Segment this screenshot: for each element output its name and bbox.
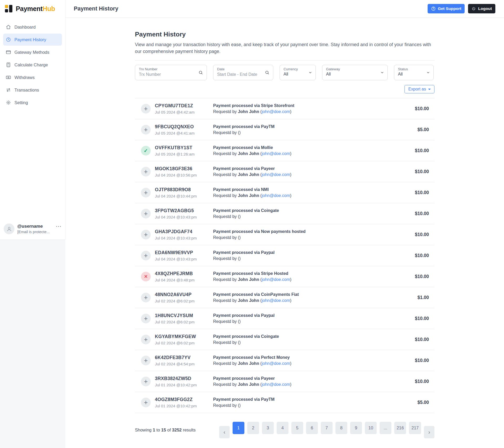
get-support-button[interactable]: Get Support — [428, 4, 465, 13]
date-filter: Date — [213, 65, 273, 80]
brand-logo[interactable]: PaymentHub — [0, 0, 65, 16]
sidebar-item-transactions[interactable]: Transactions — [3, 84, 62, 96]
pagination-page-7[interactable]: 7 — [321, 422, 333, 434]
gateway-select[interactable]: All — [326, 71, 384, 76]
trx-code: 9FBCUQ2QNXEO — [155, 124, 213, 130]
sidebar-item-payment-history[interactable]: Payment History — [3, 34, 62, 46]
requester-email-link[interactable]: john@doe.com — [262, 298, 290, 303]
trx-code: 3RXB3824ZW5D — [155, 376, 213, 381]
pagination-page-1[interactable]: 1 — [233, 422, 244, 434]
pagination-page-9[interactable]: 9 — [350, 422, 362, 434]
status-icon[interactable]: + — [141, 167, 151, 177]
status-icon[interactable]: + — [141, 335, 151, 344]
status-icon[interactable]: + — [141, 251, 151, 260]
table-row[interactable]: + 48NNO2A6VU4P Jul 02 2024 @6:02:pm Paym… — [135, 287, 434, 308]
sidebar-item-calculate-charge[interactable]: Calculate Charge — [3, 59, 62, 71]
pagination-ellipsis[interactable]: ... — [380, 422, 391, 434]
sidebar-item-setting[interactable]: Setting — [3, 97, 62, 109]
amount: $10.00 — [399, 211, 434, 216]
transfer-icon — [6, 87, 11, 93]
requester-line: Requestd by John John (john@doe.com) — [213, 109, 399, 114]
pagination-page-5[interactable]: 5 — [291, 422, 303, 434]
sidebar-item-dashboard[interactable]: Dashboard — [3, 21, 62, 33]
brand-name-accent: Hub — [43, 5, 55, 12]
topbar: Payment History Get Support Logout — [65, 0, 504, 18]
pagination-prev[interactable]: ‹ — [219, 426, 230, 438]
requester-email-link[interactable]: john@doe.com — [262, 382, 290, 387]
trx-code: 3FPGTW2AGBG5 — [155, 208, 213, 214]
table-row[interactable]: + OJTP883DR9O8 Jul 04 2024 @10:44:pm Pay… — [135, 182, 434, 203]
table-row[interactable]: + 3FPGTW2AGBG5 Jul 04 2024 @10:43:pm Pay… — [135, 203, 434, 224]
requester-email-link[interactable]: john@doe.com — [262, 172, 290, 177]
requester-email-link[interactable]: john@doe.com — [262, 361, 290, 366]
pagination-page-8[interactable]: 8 — [335, 422, 347, 434]
sidebar-item-withdraws[interactable]: Withdraws — [3, 71, 62, 83]
amount: $5.00 — [399, 400, 434, 405]
cash-icon — [6, 75, 11, 80]
table-row[interactable]: + EDA6NW9E9VVP Jul 04 2024 @10:43:pm Pay… — [135, 245, 434, 266]
user-profile[interactable]: @username [Email is protecte... ⋯ — [0, 220, 65, 239]
status-icon[interactable]: ✓ — [141, 146, 151, 156]
requester-email-link[interactable]: john@doe.com — [262, 109, 290, 114]
pagination-page-3[interactable]: 3 — [262, 422, 274, 434]
trx-date: Jul 05 2024 @4:41:am — [155, 131, 213, 135]
currency-select[interactable]: All — [284, 71, 312, 76]
status-icon[interactable]: + — [141, 188, 151, 198]
pagination-page-4[interactable]: 4 — [277, 422, 288, 434]
trx-date: Jul 04 2024 @10:43:pm — [155, 215, 213, 219]
table-row[interactable]: + 4OGZ8M3FGG2Z Jul 01 2024 @10:42:pm Pay… — [135, 392, 434, 413]
status-select[interactable]: All — [398, 71, 430, 76]
trx-date: Jul 04 2024 @3:48:pm — [155, 278, 213, 282]
sidebar: PaymentHub Dashboard Payment History Gat… — [0, 0, 65, 240]
table-row[interactable]: + CPYGMU7TDE1Z Jul 05 2024 @4:42:am Paym… — [135, 98, 434, 119]
sidebar-item-gateway-methods[interactable]: Gateway Methods — [3, 46, 62, 58]
status-icon[interactable]: + — [141, 230, 151, 239]
amount: $10.00 — [399, 190, 434, 195]
table-row[interactable]: + 6K42DFE3B7YV Jul 02 2024 @4:54:pm Paym… — [135, 350, 434, 371]
pagination-page-217[interactable]: 217 — [409, 422, 421, 434]
date-range-input[interactable] — [217, 71, 269, 77]
pagination-page-10[interactable]: 10 — [365, 422, 377, 434]
status-icon[interactable]: + — [141, 293, 151, 302]
trx-number-input[interactable] — [139, 71, 203, 77]
status-icon[interactable]: ✕ — [141, 272, 151, 281]
requester-email-link[interactable]: john@doe.com — [262, 151, 290, 156]
table-row[interactable]: ✓ OVFFKUTBY1ST Jul 05 2024 @1:26:am Paym… — [135, 140, 434, 161]
table-row[interactable]: + 9FBCUQ2QNXEO Jul 05 2024 @4:41:am Paym… — [135, 119, 434, 140]
status-icon[interactable]: + — [141, 314, 151, 323]
table-row[interactable]: + 3RXB3824ZW5D Jul 01 2024 @10:42:pm Pay… — [135, 371, 434, 392]
status-icon[interactable]: + — [141, 104, 151, 114]
home-icon — [6, 24, 11, 30]
gateway-line: Payment processed via Stripe Hosted — [213, 271, 399, 276]
amount: $10.00 — [399, 274, 434, 279]
page-title: Payment History — [135, 31, 434, 38]
pagination-next[interactable]: › — [424, 426, 434, 438]
table-row[interactable]: + GHA3PJDGAF74 Jul 04 2024 @10:43:pm Pay… — [135, 224, 434, 245]
status-icon[interactable]: + — [141, 125, 151, 135]
gateway-line: Payment processed via PayTM — [213, 124, 399, 129]
trx-code: KGYABYMKFGEW — [155, 334, 213, 339]
status-icon[interactable]: + — [141, 377, 151, 386]
requester-email-link[interactable]: john@doe.com — [262, 277, 290, 282]
status-icon[interactable]: + — [141, 398, 151, 407]
table-row[interactable]: ✕ 4X8QZHPEJRMB Jul 04 2024 @3:48:pm Paym… — [135, 266, 434, 287]
requester-email-link[interactable]: john@doe.com — [262, 193, 290, 198]
user-menu-dots-icon[interactable]: ⋯ — [56, 223, 61, 229]
status-icon[interactable]: + — [141, 209, 151, 218]
sidebar-item-label: Transactions — [14, 88, 39, 93]
requester-line: Requestd by () — [213, 130, 399, 135]
pagination-page-6[interactable]: 6 — [306, 422, 318, 434]
amount: $10.00 — [399, 106, 434, 111]
export-as-button[interactable]: Export as — [405, 85, 434, 93]
trx-code: 1H8UNCVJYSUM — [155, 313, 213, 318]
logout-button[interactable]: Logout — [468, 4, 495, 13]
gateway-line: Payment processed via NMI — [213, 187, 399, 192]
table-row[interactable]: + MGOK18GF3E36 Jul 04 2024 @10:56:pm Pay… — [135, 161, 434, 182]
pagination-page-216[interactable]: 216 — [394, 422, 406, 434]
status-icon[interactable]: + — [141, 356, 151, 365]
table-row[interactable]: + 1H8UNCVJYSUM Jul 02 2024 @6:02:pm Paym… — [135, 308, 434, 329]
sidebar-item-label: Payment History — [14, 37, 46, 42]
pagination-page-2[interactable]: 2 — [247, 422, 259, 434]
question-circle-icon — [431, 6, 436, 11]
table-row[interactable]: + KGYABYMKFGEW Jul 02 2024 @6:02:pm Paym… — [135, 329, 434, 350]
